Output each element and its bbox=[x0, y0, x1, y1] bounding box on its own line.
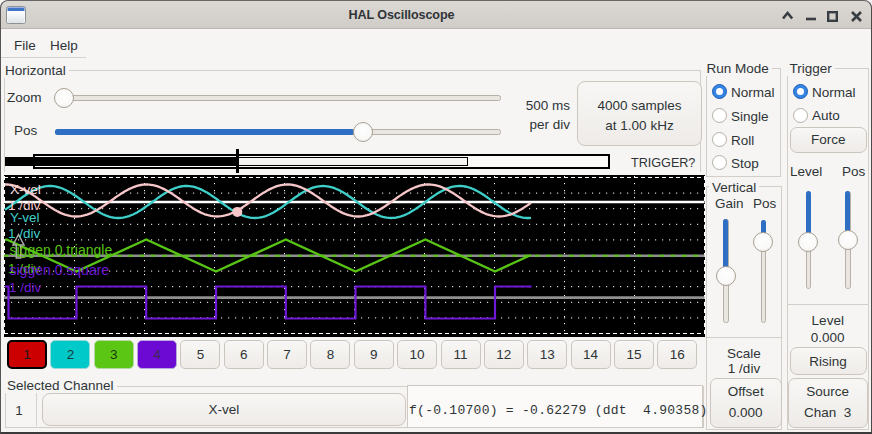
svg-text:siggen.0.square: siggen.0.square bbox=[10, 262, 110, 278]
svg-text:1 /div: 1 /div bbox=[9, 280, 42, 295]
svg-text:1 /div: 1 /div bbox=[8, 226, 41, 241]
svg-text:siggen.0.triangle: siggen.0.triangle bbox=[10, 242, 113, 258]
svg-text:Y-vel: Y-vel bbox=[10, 210, 40, 225]
svg-text:X-vel: X-vel bbox=[10, 182, 41, 197]
